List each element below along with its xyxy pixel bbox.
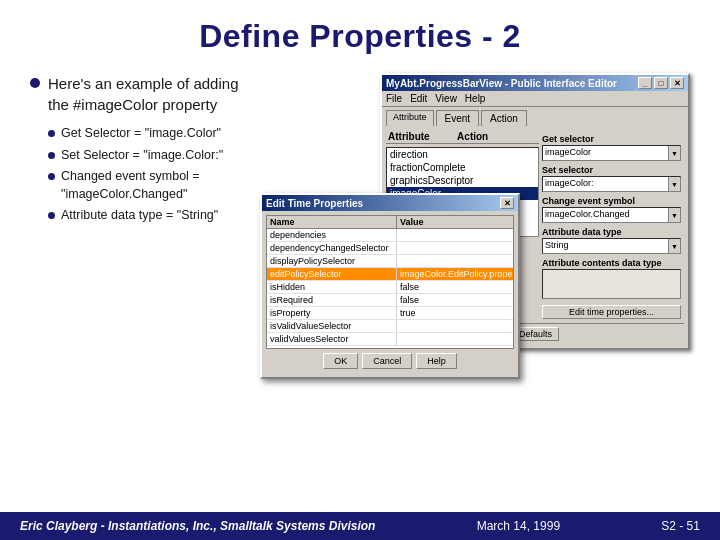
sub-text-1: Set Selector = "image.Color:"	[61, 147, 223, 165]
action-col-label: Action	[457, 131, 488, 142]
tab-event[interactable]: Event	[436, 110, 480, 126]
etp-cell-name-4: isHidden	[267, 281, 397, 293]
attr-data-type-group: Attribute data type String ▼	[542, 227, 681, 254]
etp-cell-value-1	[397, 242, 513, 254]
etp-cell-value-3: imageColor.EditPolicy.propertyData	[397, 268, 513, 280]
attr-contents-area	[542, 269, 681, 299]
sub-bullet-3: Attribute data type = "String"	[48, 207, 250, 225]
tab-action[interactable]: Action	[481, 110, 527, 126]
sub-dot-2	[48, 173, 55, 180]
get-selector-input-container[interactable]: imageColor ▼	[542, 145, 681, 161]
etp-help-button[interactable]: Help	[416, 353, 457, 369]
right-panel: MyAbt.ProgressBarView - Public Interface…	[270, 73, 690, 453]
etp-row-5[interactable]: isRequired false	[267, 294, 513, 307]
page-title: Define Properties - 2	[0, 0, 720, 55]
footer-left-text: Eric Clayberg - Instantiations, Inc., Sm…	[20, 519, 375, 533]
get-selector-dropdown[interactable]: ▼	[668, 146, 680, 160]
menu-file[interactable]: File	[386, 93, 402, 104]
page-footer: Eric Clayberg - Instantiations, Inc., Sm…	[0, 512, 720, 540]
sub-text-0: Get Selector = "image.Color"	[61, 125, 221, 143]
set-selector-label: Set selector	[542, 165, 681, 175]
etp-cell-name-3: editPolicySelector	[267, 268, 397, 280]
change-event-input-container[interactable]: imageColor.Changed ▼	[542, 207, 681, 223]
etp-row-8[interactable]: validValuesSelector	[267, 333, 513, 346]
etp-ok-button[interactable]: OK	[323, 353, 358, 369]
etp-row-6[interactable]: isProperty true	[267, 307, 513, 320]
etp-row-0[interactable]: dependencies	[267, 229, 513, 242]
etp-row-1[interactable]: dependencyChangedSelector	[267, 242, 513, 255]
attr-contents-type-group: Attribute contents data type	[542, 258, 681, 299]
change-event-value: imageColor.Changed	[543, 208, 668, 222]
etp-cell-value-2	[397, 255, 513, 267]
attr-contents-label: Attribute contents data type	[542, 258, 681, 268]
etp-col-value: Value	[397, 216, 513, 228]
bullet-dot	[30, 78, 40, 88]
etp-row-7[interactable]: isValidValueSelector	[267, 320, 513, 333]
attr-data-type-label: Attribute data type	[542, 227, 681, 237]
tab-attribute[interactable]: Attribute	[386, 110, 434, 126]
etp-cell-name-1: dependencyChangedSelector	[267, 242, 397, 254]
maximize-button[interactable]: □	[654, 77, 668, 89]
sub-bullet-0: Get Selector = "image.Color"	[48, 125, 250, 143]
etp-cell-name-6: isProperty	[267, 307, 397, 319]
change-event-dropdown[interactable]: ▼	[668, 208, 680, 222]
etp-cell-value-4: false	[397, 281, 513, 293]
menu-view[interactable]: View	[435, 93, 457, 104]
pie-menubar: File Edit View Help	[382, 91, 688, 107]
etp-row-3[interactable]: editPolicySelector imageColor.EditPolicy…	[267, 268, 513, 281]
etp-cell-name-8: validValuesSelector	[267, 333, 397, 345]
set-selector-value: imageColor:	[543, 177, 668, 191]
etp-cell-value-6: true	[397, 307, 513, 319]
set-selector-input-container[interactable]: imageColor: ▼	[542, 176, 681, 192]
etp-close-button[interactable]: ✕	[500, 197, 514, 209]
etp-body: Name Value dependencies dependencyChange…	[262, 211, 518, 377]
sub-text-3: Attribute data type = "String"	[61, 207, 218, 225]
pie-window-title: MyAbt.ProgressBarView - Public Interface…	[386, 78, 617, 89]
etp-cell-value-7	[397, 320, 513, 332]
etp-titlebar: Edit Time Properties ✕	[262, 195, 518, 211]
etp-cell-name-2: displayPolicySelector	[267, 255, 397, 267]
change-event-group: Change event symbol imageColor.Changed ▼	[542, 196, 681, 223]
sub-dot-1	[48, 152, 55, 159]
etp-cell-value-0	[397, 229, 513, 241]
main-bullet-text: Here's an example of adding the #imageCo…	[48, 73, 250, 115]
etp-footer: OK Cancel Help	[266, 349, 514, 373]
close-button[interactable]: ✕	[670, 77, 684, 89]
sub-bullets: Get Selector = "image.Color" Set Selecto…	[48, 125, 250, 225]
attr-data-type-input-container[interactable]: String ▼	[542, 238, 681, 254]
etp-cell-value-8	[397, 333, 513, 345]
menu-edit[interactable]: Edit	[410, 93, 427, 104]
get-selector-label: Get selector	[542, 134, 681, 144]
attr-col-label: Attribute	[388, 131, 430, 142]
sub-dot-3	[48, 212, 55, 219]
pie-titlebar: MyAbt.ProgressBarView - Public Interface…	[382, 75, 688, 91]
etp-row-4[interactable]: isHidden false	[267, 281, 513, 294]
attr-row-fractioncomplete[interactable]: fractionComplete	[387, 161, 538, 174]
menu-help[interactable]: Help	[465, 93, 486, 104]
attr-header: Attribute Action	[386, 130, 539, 144]
etp-cell-value-5: false	[397, 294, 513, 306]
attr-row-direction[interactable]: direction	[387, 148, 538, 161]
minimize-button[interactable]: _	[638, 77, 652, 89]
etp-table-body[interactable]: dependencies dependencyChangedSelector d…	[266, 229, 514, 349]
change-event-label: Change event symbol	[542, 196, 681, 206]
etp-dialog: Edit Time Properties ✕ Name Value depend…	[260, 193, 520, 379]
etp-cell-name-7: isValidValueSelector	[267, 320, 397, 332]
sub-dot-0	[48, 130, 55, 137]
attr-data-type-value: String	[543, 239, 668, 253]
get-selector-value: imageColor	[543, 146, 668, 160]
attr-row-graphicsdescriptor[interactable]: graphicsDescriptor	[387, 174, 538, 187]
attr-data-type-dropdown[interactable]: ▼	[668, 239, 680, 253]
set-selector-dropdown[interactable]: ▼	[668, 177, 680, 191]
etp-row-2[interactable]: displayPolicySelector	[267, 255, 513, 268]
footer-right-date: March 14, 1999	[477, 519, 560, 533]
pie-tabs: Attribute Event Action	[382, 107, 688, 126]
edit-time-properties-button[interactable]: Edit time properties...	[542, 305, 681, 319]
etp-table-header: Name Value	[266, 215, 514, 229]
sub-bullet-2: Changed event symbol = "imageColor.Chang…	[48, 168, 250, 203]
etp-cancel-button[interactable]: Cancel	[362, 353, 412, 369]
etp-cell-name-5: isRequired	[267, 294, 397, 306]
footer-page-number: S2 - 51	[661, 519, 700, 533]
get-selector-group: Get selector imageColor ▼	[542, 134, 681, 161]
sub-text-2: Changed event symbol = "imageColor.Chang…	[61, 168, 250, 203]
